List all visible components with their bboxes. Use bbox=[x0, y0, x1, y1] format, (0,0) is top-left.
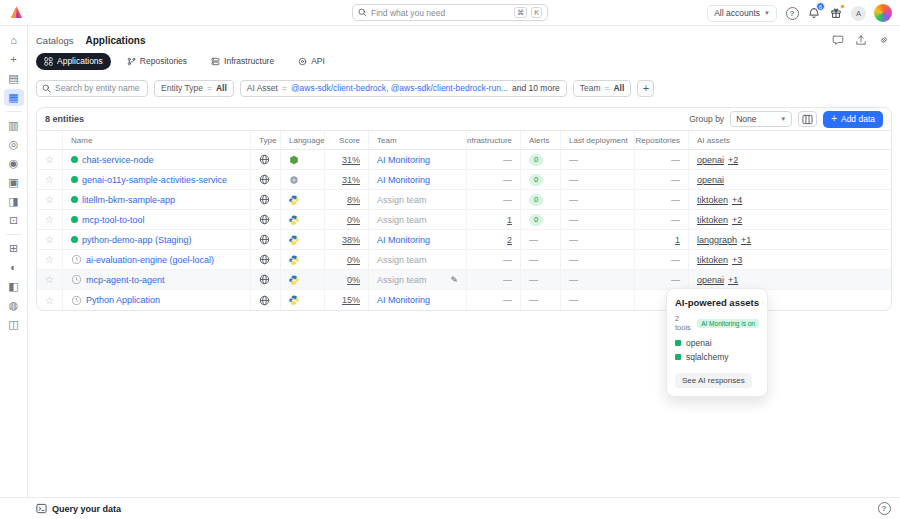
add-filter-button[interactable]: + bbox=[637, 80, 654, 97]
global-search-input[interactable] bbox=[371, 8, 510, 18]
score-link[interactable]: 31% bbox=[342, 155, 360, 165]
filter-chip-entity-type[interactable]: Entity Type = All bbox=[154, 80, 234, 97]
ai-asset-link[interactable]: openai bbox=[697, 275, 724, 285]
ai-asset-link[interactable]: tiktoken bbox=[697, 255, 728, 265]
sidebar-item-entities-icon[interactable]: ▥ bbox=[4, 117, 24, 134]
ai-asset-link[interactable]: langgraph bbox=[697, 235, 737, 245]
sidebar-item-insights-icon[interactable]: ◧ bbox=[4, 278, 24, 295]
score-link[interactable]: 8% bbox=[347, 195, 360, 205]
add-data-button[interactable]: + Add data bbox=[823, 111, 883, 128]
column-header-name[interactable]: Name bbox=[63, 131, 251, 149]
favorite-star-icon[interactable]: ☆ bbox=[37, 250, 63, 269]
team-link[interactable]: AI Monitoring bbox=[377, 175, 430, 185]
favorite-star-icon[interactable]: ☆ bbox=[37, 150, 63, 169]
help-button[interactable]: ? bbox=[785, 6, 799, 20]
table-row[interactable]: ☆python-demo-app (Staging)38%AI Monitori… bbox=[37, 230, 891, 250]
inbox-button[interactable]: 6 bbox=[807, 6, 821, 20]
assign-team-placeholder[interactable]: Assign team bbox=[377, 275, 427, 285]
team-link[interactable]: AI Monitoring bbox=[377, 295, 430, 305]
alerts-badge[interactable]: 0 bbox=[529, 174, 543, 186]
table-row[interactable]: ☆genai-o11y-sample-activities-service31%… bbox=[37, 170, 891, 190]
sidebar-item-builder-icon[interactable]: ▤ bbox=[4, 70, 24, 87]
sidebar-item-automations-icon[interactable]: ▣ bbox=[4, 174, 24, 191]
favorite-star-icon[interactable]: ☆ bbox=[37, 190, 63, 209]
alerts-badge[interactable]: 0 bbox=[529, 214, 543, 226]
entity-link[interactable]: mcp-tool-to-tool bbox=[82, 215, 145, 225]
sidebar-item-bookmarks-icon[interactable]: ⊡ bbox=[4, 212, 24, 229]
column-header-type[interactable]: Type bbox=[251, 131, 281, 149]
column-header-infrastructure[interactable]: Infrastructure bbox=[467, 131, 521, 149]
sidebar-item-docs-icon[interactable]: ⊞ bbox=[4, 240, 24, 257]
score-link[interactable]: 15% bbox=[342, 295, 360, 305]
column-header-team[interactable]: Team bbox=[369, 131, 467, 149]
column-header-alerts[interactable]: Alerts bbox=[521, 131, 561, 149]
sidebar-item-self-service-icon[interactable]: ◉ bbox=[4, 155, 24, 172]
alerts-badge[interactable]: 0 bbox=[529, 194, 543, 206]
repositories-count-link[interactable]: 1 bbox=[675, 235, 680, 245]
user-avatar[interactable] bbox=[874, 4, 892, 22]
filter-chip-team[interactable]: Team = All bbox=[573, 80, 632, 97]
score-link[interactable]: 0% bbox=[347, 275, 360, 285]
table-row[interactable]: ☆mcp-agent-to-agent0%Assign team✎————ope… bbox=[37, 270, 891, 290]
sidebar-item-experiments-icon[interactable]: ◍ bbox=[4, 297, 24, 314]
group-by-select[interactable]: None ▼ bbox=[730, 111, 792, 127]
team-link[interactable]: AI Monitoring bbox=[377, 235, 430, 245]
query-your-data-button[interactable]: Query your data bbox=[36, 503, 121, 514]
ai-assets-more-link[interactable]: +2 bbox=[732, 215, 742, 225]
infrastructure-count-link[interactable]: 2 bbox=[507, 235, 512, 245]
sidebar-item-integrations-icon[interactable]: ◫ bbox=[4, 316, 24, 333]
alerts-badge[interactable]: 0 bbox=[529, 154, 543, 166]
favorite-star-icon[interactable]: ☆ bbox=[37, 270, 63, 289]
edit-team-icon[interactable]: ✎ bbox=[450, 275, 458, 285]
assign-team-placeholder[interactable]: Assign team bbox=[377, 195, 427, 205]
infrastructure-count-link[interactable]: 1 bbox=[507, 215, 512, 225]
entity-link[interactable]: litellm-bkm-sample-app bbox=[82, 195, 175, 205]
favorite-star-icon[interactable]: ☆ bbox=[37, 210, 63, 229]
entity-link[interactable]: chat-service-node bbox=[82, 155, 154, 165]
filter-chip-ai-asset[interactable]: AI Asset = @aws-sdk/client-bedrock, @aws… bbox=[240, 80, 567, 97]
app-logo[interactable] bbox=[9, 5, 24, 20]
column-header-language[interactable]: Language bbox=[281, 131, 325, 149]
entity-link[interactable]: mcp-agent-to-agent bbox=[86, 275, 165, 285]
manage-columns-button[interactable] bbox=[798, 111, 817, 127]
footer-help-button[interactable]: ? bbox=[877, 502, 891, 516]
ai-assets-more-link[interactable]: +1 bbox=[728, 275, 738, 285]
ai-assets-more-link[interactable]: +3 bbox=[732, 255, 742, 265]
tab-applications[interactable]: Applications bbox=[36, 53, 111, 70]
entity-link[interactable]: ai-evaluation-engine (goel-local) bbox=[86, 255, 214, 265]
ai-assets-more-link[interactable]: +1 bbox=[741, 235, 751, 245]
table-row[interactable]: ☆mcp-tool-to-tool0%Assign team10——tiktok… bbox=[37, 210, 891, 230]
sidebar-item-audit-log-icon[interactable]: ◐ bbox=[4, 259, 24, 276]
ai-assets-more-link[interactable]: +2 bbox=[728, 155, 738, 165]
link-icon[interactable] bbox=[878, 34, 890, 46]
score-link[interactable]: 31% bbox=[342, 175, 360, 185]
entity-link[interactable]: Python Application bbox=[86, 295, 160, 305]
see-ai-responses-button[interactable]: See AI responses bbox=[675, 373, 752, 388]
entity-search[interactable] bbox=[36, 80, 148, 97]
column-header-score[interactable]: Score bbox=[325, 131, 369, 149]
column-header-ai-assets[interactable]: AI assets bbox=[689, 131, 891, 149]
accounts-dropdown[interactable]: All accounts ▼ bbox=[707, 5, 777, 22]
team-link[interactable]: AI Monitoring bbox=[377, 155, 430, 165]
whats-new-button[interactable] bbox=[829, 6, 843, 20]
ai-asset-link[interactable]: tiktoken bbox=[697, 195, 728, 205]
tab-repositories[interactable]: Repositories bbox=[119, 53, 195, 70]
export-icon[interactable] bbox=[855, 34, 867, 46]
comment-icon[interactable] bbox=[832, 34, 844, 46]
sidebar-item-users-icon[interactable]: ◎ bbox=[4, 136, 24, 153]
tab-infrastructure[interactable]: Infrastructure bbox=[203, 53, 282, 70]
score-link[interactable]: 38% bbox=[342, 235, 360, 245]
avatar-secondary[interactable]: A bbox=[851, 6, 866, 21]
sidebar-item-catalog-icon[interactable]: ▦ bbox=[4, 89, 24, 106]
score-link[interactable]: 0% bbox=[347, 215, 360, 225]
favorite-star-icon[interactable]: ☆ bbox=[37, 290, 63, 310]
favorite-star-icon[interactable]: ☆ bbox=[37, 170, 63, 189]
table-row[interactable]: ☆chat-service-node31%AI Monitoring—0——op… bbox=[37, 150, 891, 170]
ai-asset-link[interactable]: tiktoken bbox=[697, 215, 728, 225]
favorite-star-icon[interactable]: ☆ bbox=[37, 230, 63, 249]
sidebar-item-home-icon[interactable]: ⌂ bbox=[4, 32, 24, 49]
ai-assets-more-link[interactable]: +4 bbox=[732, 195, 742, 205]
assign-team-placeholder[interactable]: Assign team bbox=[377, 255, 427, 265]
column-header-repositories[interactable]: Repositories bbox=[635, 131, 689, 149]
table-row[interactable]: ☆litellm-bkm-sample-app8%Assign team—0——… bbox=[37, 190, 891, 210]
